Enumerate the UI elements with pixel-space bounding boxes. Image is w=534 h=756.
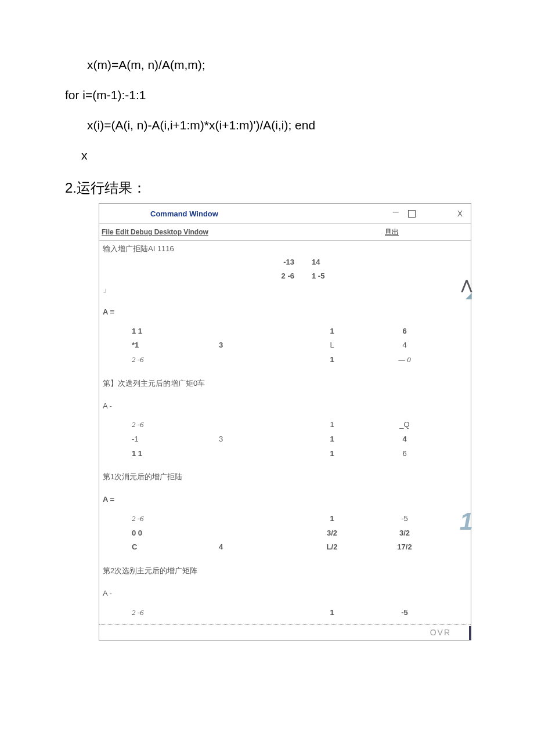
scrollbar-end-icon[interactable] xyxy=(469,626,471,640)
close-icon[interactable]: X xyxy=(457,209,463,218)
menubar: File Edit Debug Desktop Vindow 旦出 xyxy=(99,224,471,241)
matrix2-row: 1 116 xyxy=(103,447,467,461)
window-controls: – X xyxy=(393,208,471,220)
matrix2-row: 2 -61_Q xyxy=(103,418,467,432)
matrix2-row: -1314 xyxy=(103,432,467,447)
input-row: 2 -6 1 -5 xyxy=(103,269,467,284)
input-row: -13 14 xyxy=(103,255,467,270)
a-minus: A - xyxy=(103,400,467,413)
bracket: 」 xyxy=(103,284,467,296)
code-line-4: x xyxy=(35,149,499,162)
titlebar: Command Window – X xyxy=(99,204,471,224)
matrix3-row: C4L/217/2 xyxy=(103,540,467,555)
menu-right[interactable]: 旦出 xyxy=(385,227,468,237)
step-label: 第】次迭列主元后的增广矩0车 xyxy=(103,378,467,390)
code-line-1: x(m)=A(m, n)/A(m,m); xyxy=(35,58,499,72)
statusbar: OVR xyxy=(99,624,471,640)
a-minus: A - xyxy=(103,588,467,600)
matrix1-row: 2 -61— 0 xyxy=(103,353,467,367)
minimize-icon[interactable]: – xyxy=(393,205,399,218)
watermark-icon: 1 xyxy=(460,508,473,536)
menu-items[interactable]: File Edit Debug Desktop Vindow xyxy=(102,228,385,236)
maximize-icon[interactable] xyxy=(408,210,416,218)
command-window: Command Window – X File Edit Debug Deskt… xyxy=(99,203,471,641)
window-title: Command Window xyxy=(99,209,393,218)
code-line-3: x(i)=(A(i, n)-A(i,i+1:m)*x(i+1:m)')/A(i,… xyxy=(35,118,499,132)
step-label: 第2次选别主元后的增广矩阵 xyxy=(103,565,467,577)
resize-icon[interactable]: ◢ xyxy=(466,291,472,300)
step-label: 第1次消元后的增广拒陆 xyxy=(103,471,467,483)
matrix1-row: 1 116 xyxy=(103,324,467,339)
matrix3-row: 0 03/23/2 xyxy=(103,526,467,541)
status-ovr: OVR xyxy=(430,628,451,637)
matrix3-row: 2 -61-5 xyxy=(103,512,467,526)
a-equals: A = xyxy=(103,306,467,319)
console-content[interactable]: ⋀ ◢ 1 输入增广拒陆AI 1116 -13 14 2 -6 1 -5 」 A… xyxy=(99,241,471,624)
a-equals: A = xyxy=(103,494,467,506)
section-title: 2.运行结果： xyxy=(35,179,499,197)
input-prompt: 输入增广拒陆AI 1116 xyxy=(103,243,467,255)
matrix4-row: 2 -61-5 xyxy=(103,606,467,620)
matrix1-row: *13L4 xyxy=(103,338,467,353)
code-line-2: for i=(m-1):-1:1 xyxy=(35,88,499,102)
